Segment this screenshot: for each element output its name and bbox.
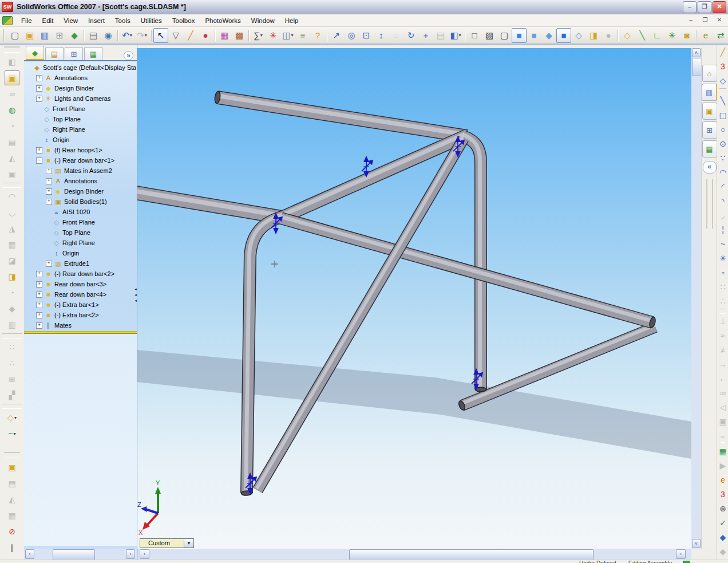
toolbox-button[interactable]: ⊛ — [717, 502, 728, 515]
minimize-button[interactable]: – — [683, 1, 697, 13]
fly-through-button[interactable]: ↗ — [329, 28, 344, 43]
photoworks-button[interactable]: ▦ — [717, 444, 728, 458]
tree-item-extrude1[interactable]: +▥Extrude1 — [24, 258, 137, 269]
tree-item-right-plane[interactable]: ◇Right Plane — [24, 124, 137, 135]
3d-content-central-button[interactable]: 3 — [717, 487, 728, 501]
tangent-arc-button[interactable]: ◜ — [717, 180, 728, 194]
mdi-close-button[interactable]: ✕ — [713, 15, 726, 25]
tree-item-top-plane[interactable]: ◇Top Plane — [24, 114, 137, 124]
tree-item-design-binder[interactable]: +◆Design Binder — [24, 83, 137, 93]
tree-item-extra-bar-2[interactable]: +■(-) Extra bar<2> — [24, 310, 137, 320]
point-button[interactable]: ✳ — [717, 251, 728, 265]
measure-button[interactable]: ∑▾ — [251, 28, 266, 43]
viewport-hscroll-thumb[interactable] — [349, 549, 594, 560]
zoom-to-area-button[interactable]: ⊡ — [359, 28, 374, 43]
standard-views-button[interactable]: ▤ — [433, 28, 448, 43]
scroll-right-icon[interactable]: › — [676, 549, 686, 559]
feature-a2-button[interactable]: ◡ — [5, 205, 19, 220]
help-button[interactable]: ? — [310, 28, 325, 43]
make-assembly-button[interactable]: ◆ — [67, 28, 82, 43]
tree-item-origin[interactable]: ↕Origin — [24, 248, 137, 258]
tree-item-lights-and-cameras[interactable]: +☀Lights and Cameras — [24, 93, 137, 104]
mate-button[interactable]: ◍ — [5, 103, 19, 117]
tree-item-annotations[interactable]: +AAnnotations — [24, 73, 137, 83]
lighting-button[interactable]: ● — [198, 28, 213, 43]
menu-toolbox[interactable]: Toolbox — [167, 16, 200, 25]
print-preview-button[interactable]: ◉ — [101, 28, 116, 43]
new-button[interactable]: ▢ — [7, 28, 22, 43]
feature-pattern-button[interactable]: ▞ — [5, 388, 19, 403]
linear-pattern-button[interactable]: ∷ — [5, 340, 19, 355]
configurationmanager-tab[interactable]: ⊞ — [65, 47, 83, 60]
tabs-overflow-chevron[interactable]: » — [124, 51, 133, 60]
panel-hscrollbar[interactable]: ‹ › — [24, 549, 138, 560]
zoom-to-selection-button[interactable]: ◌ — [389, 28, 403, 43]
view-annotations-button[interactable]: ◙ — [679, 28, 694, 43]
restore-button[interactable]: ❐ — [698, 1, 711, 13]
circular-sketch-pattern-button[interactable]: ∴ — [717, 294, 728, 308]
task-pane-grip[interactable] — [706, 179, 713, 229]
toolbar-grip[interactable] — [4, 452, 20, 458]
select-button[interactable]: ↖ — [153, 28, 168, 43]
mirror-components-button[interactable]: ⊞ — [5, 372, 19, 387]
mass-properties-button[interactable]: ✳ — [266, 28, 280, 43]
expand-icon[interactable]: + — [36, 147, 42, 153]
expand-icon[interactable]: + — [36, 312, 42, 318]
tree-item-mates-in-assem2[interactable]: +▤Mates in Assem2 — [24, 166, 137, 176]
split-view-button[interactable]: ◫▾ — [280, 28, 295, 43]
tree-item-origin[interactable]: ↕Origin — [24, 135, 137, 145]
trim-entities-button[interactable]: ≠ — [717, 343, 728, 357]
smart-fasteners-button[interactable]: ◨ — [5, 269, 19, 284]
edit-color-button[interactable]: ▦ — [217, 28, 232, 43]
mirror-entities-button[interactable]: ⊥ — [717, 314, 728, 328]
expand-icon[interactable]: + — [36, 281, 42, 288]
scroll-down-icon[interactable]: ˅ — [692, 539, 701, 548]
sketch-button[interactable]: ╱ — [183, 28, 198, 43]
menu-insert[interactable]: Insert — [83, 16, 110, 25]
save-button[interactable]: ▥ — [37, 28, 52, 43]
shaded-cube-button[interactable]: ◆ — [541, 28, 556, 43]
sketch-picture-button[interactable]: ▣ — [717, 415, 728, 428]
feature-b2-button[interactable]: ◆ — [5, 301, 19, 316]
component-a4-button[interactable]: ▣ — [5, 167, 19, 182]
tree-item-front-plane[interactable]: ◇Front Plane — [24, 104, 137, 114]
rotate-view-button[interactable]: ↻ — [403, 28, 418, 43]
ellipse-button[interactable]: ⊙ — [717, 137, 728, 151]
expand-icon[interactable]: + — [36, 85, 42, 92]
tree-item-rear-down-bar-2[interactable]: +■(-) Rear down bar<2> — [24, 269, 137, 279]
search-results-button[interactable]: ⊞ — [702, 121, 717, 139]
texture-button[interactable]: ▩ — [232, 28, 247, 43]
section-view-button[interactable]: ◨ — [586, 28, 601, 43]
selection-filter-button[interactable]: ▽ — [168, 28, 183, 43]
wireframe-button[interactable]: □ — [467, 28, 482, 43]
panel-hscroll-thumb[interactable] — [53, 549, 95, 560]
addin-extra-button[interactable]: ◆ — [717, 545, 728, 558]
feature-a5-button[interactable]: ◪ — [5, 253, 19, 268]
propertymanager-tab[interactable]: ▤ — [45, 47, 64, 60]
menu-help[interactable]: Help — [280, 16, 304, 25]
graphics-viewport[interactable]: YXZ Custom ▼ — [137, 48, 691, 549]
circle-button[interactable]: ○ — [717, 123, 728, 136]
feature-b1-button[interactable]: ◔ — [5, 285, 19, 300]
tree-item-design-binder[interactable]: +◆Design Binder — [24, 186, 137, 196]
linear-sketch-pattern-button[interactable]: ∷ — [717, 280, 728, 294]
split-entities-button[interactable]: ← — [717, 372, 728, 385]
sketch-fillet-button[interactable]: ◞ — [717, 208, 728, 222]
solidworks-resources-button[interactable]: ⌂ — [702, 65, 717, 82]
menu-tools[interactable]: Tools — [110, 16, 136, 25]
appearance-tab[interactable]: ▦ — [84, 47, 102, 60]
scroll-up-icon[interactable]: ˄ — [692, 48, 701, 57]
collapse-icon[interactable]: − — [36, 158, 42, 164]
toolbar-grip[interactable] — [4, 46, 20, 53]
appearances-button[interactable]: ▦ — [702, 140, 717, 158]
options-button[interactable]: ≡ — [295, 28, 310, 43]
tree-item-rear-down-bar-4[interactable]: +■Rear down bar<4> — [24, 289, 137, 300]
animator-button[interactable]: ▶ — [717, 459, 728, 473]
mate-paperclip-button[interactable]: ∥ — [5, 540, 19, 555]
extend-entities-button[interactable]: → — [717, 357, 728, 371]
tree-item-extra-bar-1[interactable]: +■(-) Extra bar<1> — [24, 300, 137, 310]
hide-show-components-button[interactable]: ◧ — [5, 54, 19, 69]
sketch-button[interactable]: ╱ — [717, 45, 728, 59]
pan-button[interactable]: + — [418, 28, 433, 43]
curvature-button[interactable]: e — [698, 28, 713, 43]
